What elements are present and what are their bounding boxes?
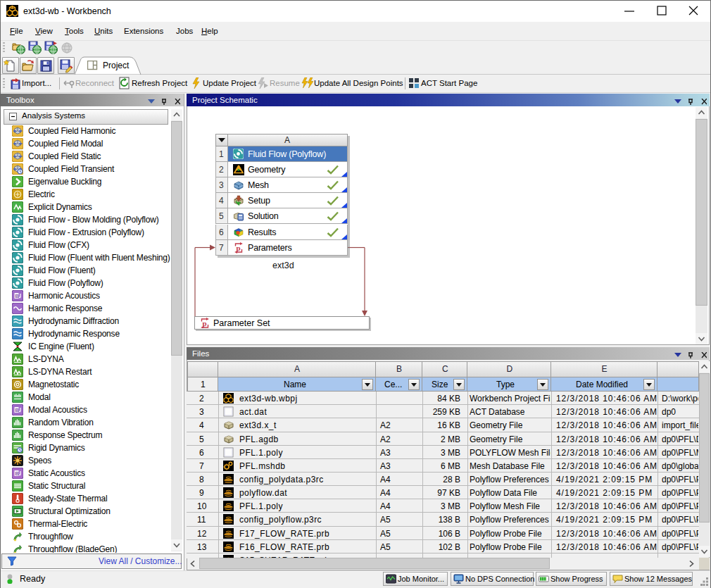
svg-text:p: p xyxy=(203,319,207,327)
svg-text:p: p xyxy=(237,244,241,252)
svg-text:B: B xyxy=(15,470,19,477)
svg-text:B: B xyxy=(15,407,19,413)
svg-text:B: B xyxy=(15,293,19,299)
